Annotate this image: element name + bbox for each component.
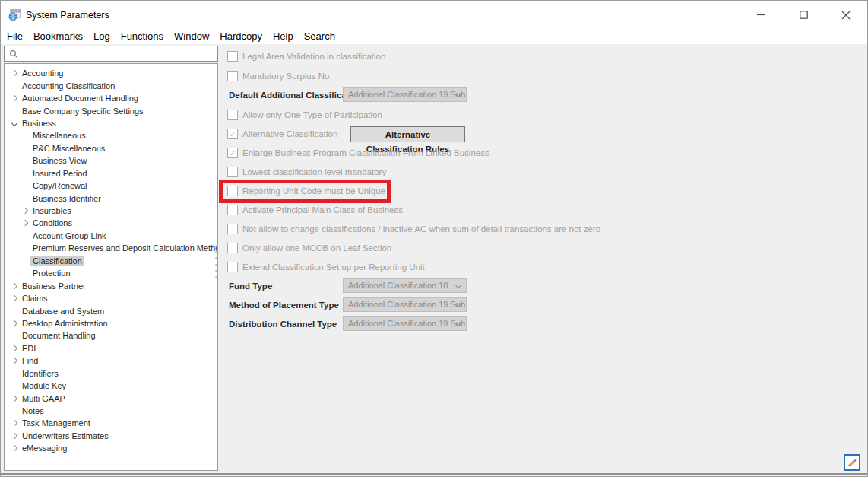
menu-item-help[interactable]: Help xyxy=(268,29,299,44)
settings-row: Lowest classification level mandatory xyxy=(219,163,863,181)
splitter-grip[interactable] xyxy=(214,245,218,278)
dropdown-default-additional-classification[interactable]: Additional Classification 19 Sub 4 xyxy=(343,87,467,102)
tree-item-business-identifier[interactable]: Business Identifier xyxy=(5,192,217,204)
checkbox-label: Allow only One Type of Participation xyxy=(242,110,382,119)
tree-item-find[interactable]: Find xyxy=(5,355,217,367)
tree-item-accounting-classification[interactable]: Accounting Classification xyxy=(5,79,217,91)
settings-row: ✓Enlarge Business Program Classification… xyxy=(219,144,863,162)
tree-item-accounting[interactable]: Accounting xyxy=(5,67,217,79)
expand-chevron-icon[interactable] xyxy=(9,284,20,288)
tree-item-business-partner[interactable]: Business Partner xyxy=(5,279,217,291)
menu-item-log[interactable]: Log xyxy=(88,29,116,44)
checkbox-unchecked[interactable] xyxy=(227,186,238,196)
chevron-down-icon xyxy=(455,282,461,288)
edit-pencil-button[interactable] xyxy=(844,454,860,471)
close-button[interactable] xyxy=(825,1,867,29)
checkbox-unchecked[interactable] xyxy=(227,243,238,253)
tree-item-edi[interactable]: EDI xyxy=(5,342,217,355)
checkbox-unchecked[interactable] xyxy=(227,167,238,177)
tree-search-box xyxy=(4,46,218,62)
menu-item-bookmarks[interactable]: Bookmarks xyxy=(28,29,88,44)
menu-item-window[interactable]: Window xyxy=(169,29,214,44)
tree-item-base-company-specific-settings[interactable]: Base Company Specific Settings xyxy=(5,104,217,116)
dropdown-fund-type[interactable]: Additional Classification 18 xyxy=(343,278,467,293)
tree-item-desktop-administration[interactable]: Desktop Administration xyxy=(5,317,217,329)
tree-item-label: Underwriters Estimates xyxy=(20,431,111,441)
expand-chevron-icon[interactable] xyxy=(9,446,20,450)
tree-item-module-key[interactable]: Module Key xyxy=(5,380,217,392)
tree-item-label: Desktop Administration xyxy=(20,318,110,329)
tree-item-classification[interactable]: Classification xyxy=(5,255,217,267)
tree-item-database-and-system[interactable]: Database and System xyxy=(5,304,217,316)
menu-item-functions[interactable]: Functions xyxy=(116,29,169,44)
tree-item-business[interactable]: Business xyxy=(5,117,217,129)
tree-item-underwriters-estimates[interactable]: Underwriters Estimates xyxy=(5,430,217,442)
tree-item-conditions[interactable]: Conditions xyxy=(5,217,217,229)
tree-item-notes[interactable]: Notes xyxy=(5,405,217,417)
checkbox-unchecked[interactable] xyxy=(227,110,238,120)
tree-item-insurables[interactable]: Insurables xyxy=(5,205,217,217)
tree-item-label: P&C Miscellaneous xyxy=(30,143,107,154)
window-controls xyxy=(740,1,867,29)
chevron-down-icon xyxy=(455,91,461,97)
field-label: Fund Type xyxy=(229,281,272,291)
minimize-button[interactable] xyxy=(740,1,782,29)
expand-chevron-icon[interactable] xyxy=(9,321,20,326)
expand-chevron-icon[interactable] xyxy=(9,71,20,75)
tree-item-insured-period[interactable]: Insured Period xyxy=(5,167,217,180)
tree-item-copy-renewal[interactable]: Copy/Renewal xyxy=(5,180,217,192)
tree-item-document-handling[interactable]: Document Handling xyxy=(5,329,217,342)
checkbox-label: Mandatory Surplus No. xyxy=(242,72,332,81)
checkbox-label: Legal Area Validation in classification xyxy=(242,52,385,61)
menu-item-hardcopy[interactable]: Hardcopy xyxy=(214,29,268,44)
tree-item-claims[interactable]: Claims xyxy=(5,292,217,304)
tree-item-emessaging[interactable]: eMessaging xyxy=(5,442,217,454)
tree-item-premium-reserves-and-deposit-calculation-method[interactable]: Premium Reserves and Deposit Calculation… xyxy=(5,242,217,254)
checkbox-checked[interactable]: ✓ xyxy=(227,129,238,139)
menu-item-search[interactable]: Search xyxy=(299,29,341,44)
tree-item-label: Module Key xyxy=(20,380,68,391)
checkbox-label: Alternative Classification xyxy=(242,129,337,138)
expand-chevron-icon[interactable] xyxy=(20,208,30,213)
maximize-button[interactable] xyxy=(782,1,825,29)
tree-item-label: Account Group Link xyxy=(30,231,109,241)
tree-item-label: Business Identifier xyxy=(30,193,103,204)
expand-chevron-icon[interactable] xyxy=(9,421,20,425)
settings-row: Default Additional ClassificationAdditio… xyxy=(219,86,863,104)
expand-chevron-icon[interactable] xyxy=(9,358,20,363)
checkbox-unchecked[interactable] xyxy=(227,71,238,81)
window-title: System Parameters xyxy=(26,10,109,21)
tree-item-p-c-miscellaneous[interactable]: P&C Miscellaneous xyxy=(5,142,217,154)
tree-item-label: Business xyxy=(20,118,59,129)
tree-item-label: Document Handling xyxy=(20,330,98,341)
expand-chevron-icon[interactable] xyxy=(9,96,20,100)
tree-item-task-management[interactable]: Task Management xyxy=(5,417,217,429)
settings-row: Legal Area Validation in classification xyxy=(219,47,863,65)
expand-chevron-icon[interactable] xyxy=(9,396,20,401)
dropdown-method-of-placement-type[interactable]: Additional Classification 19 Sub 2 xyxy=(343,297,467,312)
alternative-classification-rules-button[interactable]: Alternative Classification Rules xyxy=(350,126,465,142)
menu-item-file[interactable]: File xyxy=(1,29,28,44)
checkbox-unchecked[interactable] xyxy=(227,262,238,272)
tree-item-business-view[interactable]: Business View xyxy=(5,154,217,167)
tree-item-protection[interactable]: Protection xyxy=(5,267,217,279)
tree-item-automated-document-handling[interactable]: Automated Document Handling xyxy=(5,92,217,104)
tree-item-account-group-link[interactable]: Account Group Link xyxy=(5,230,217,242)
expand-chevron-icon[interactable] xyxy=(9,296,20,301)
expand-chevron-icon[interactable] xyxy=(9,434,20,438)
tree-item-miscellaneous[interactable]: Miscellaneous xyxy=(5,129,217,142)
checkbox-checked[interactable]: ✓ xyxy=(227,148,238,158)
tree-item-label: Claims xyxy=(20,293,50,304)
search-icon xyxy=(9,49,18,59)
checkbox-unchecked[interactable] xyxy=(227,51,238,62)
tree-item-identifiers[interactable]: Identifiers xyxy=(5,367,217,380)
checkbox-unchecked[interactable] xyxy=(227,224,238,234)
tree-item-multi-gaap[interactable]: Multi GAAP xyxy=(5,392,217,404)
tree-search-input[interactable] xyxy=(21,47,217,61)
expand-chevron-icon[interactable] xyxy=(9,346,20,351)
settings-row: ✓Alternative ClassificationAlternative C… xyxy=(219,125,863,143)
checkbox-unchecked[interactable] xyxy=(227,205,238,215)
collapse-chevron-icon[interactable] xyxy=(9,121,20,126)
dropdown-distribution-channel-type[interactable]: Additional Classification 19 Sub 4 xyxy=(343,316,467,331)
expand-chevron-icon[interactable] xyxy=(20,221,30,225)
